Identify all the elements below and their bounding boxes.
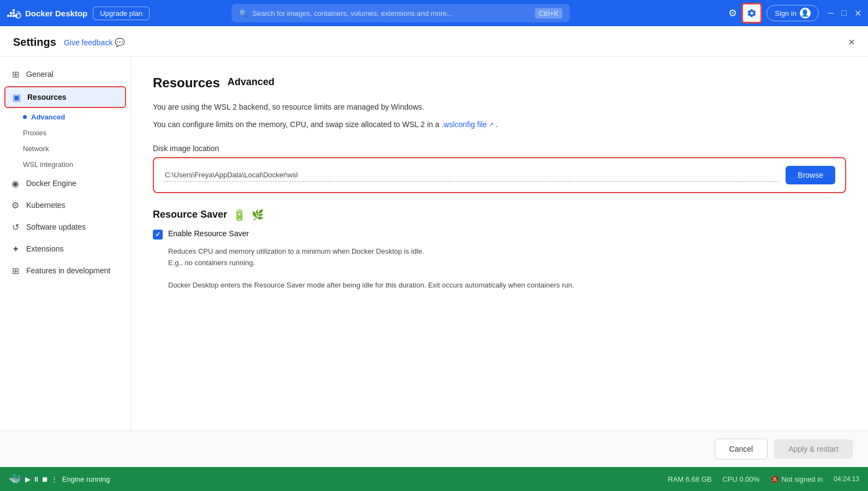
active-dot xyxy=(23,115,27,119)
sidebar-sub-item-proxies[interactable]: Proxies xyxy=(0,125,130,141)
sidebar-sub-item-wsl[interactable]: WSL integration xyxy=(0,157,130,172)
sidebar-item-software-updates[interactable]: ↺ Software updates xyxy=(0,216,130,238)
statusbar: 🐳 ▶ ⏸ ⏹ ⋮ Engine running RAM 6.68 GB CPU… xyxy=(0,467,868,491)
sidebar-item-label: General xyxy=(26,70,53,79)
sidebar-sub-item-network[interactable]: Network xyxy=(0,141,130,157)
sidebar-item-features[interactable]: ⊞ Features in development xyxy=(0,260,130,282)
page-heading: Resources Advanced xyxy=(153,74,846,91)
search-bar[interactable]: 🔍 Search for images, containers, volumes… xyxy=(231,4,570,22)
sidebar-item-general[interactable]: ⊞ General xyxy=(0,63,130,85)
enable-label: Enable Resource Saver xyxy=(168,229,249,238)
window-controls: ─ □ ✕ xyxy=(828,8,861,19)
wsl-label: WSL integration xyxy=(23,160,73,169)
wslconfig-link[interactable]: .wslconfig file ↗ xyxy=(442,118,494,130)
proxies-label: Proxies xyxy=(23,129,46,137)
sidebar-item-label: Kubernetes xyxy=(26,201,66,209)
settings-title: Settings xyxy=(13,36,56,49)
sidebar: ⊞ General ▣ Resources Advanced Proxies N… xyxy=(0,57,131,430)
browse-button[interactable]: Browse xyxy=(786,166,835,184)
description1: You are using the WSL 2 backend, so reso… xyxy=(153,101,846,113)
close-button[interactable]: ✕ xyxy=(854,8,861,19)
titlebar: Docker Desktop Upgrade plan 🔍 Search for… xyxy=(0,0,868,26)
engine-status-label: Engine running xyxy=(62,475,110,483)
time-display: 04:24:13 xyxy=(834,475,859,483)
svg-rect-2 xyxy=(13,15,15,17)
engine-status: 🐳 ▶ ⏸ ⏹ ⋮ Engine running xyxy=(9,473,110,485)
signed-status: 🔕 Not signed in xyxy=(770,475,823,483)
play-controls: ▶ ⏸ ⏹ ⋮ xyxy=(25,475,58,483)
titlebar-right: ⚙ Sign in 👤 ─ □ ✕ xyxy=(728,3,861,23)
search-shortcut: Ctrl+K xyxy=(535,8,562,19)
close-settings-button[interactable]: × xyxy=(848,36,855,49)
disk-image-label: Disk image location xyxy=(153,144,846,153)
enable-desc3: Docker Desktop enters the Resource Saver… xyxy=(168,280,846,291)
sub-tab-advanced[interactable]: Advanced xyxy=(228,74,275,91)
extensions-icon: ✦ xyxy=(10,243,21,254)
settings-footer: Cancel Apply & restart xyxy=(0,430,868,467)
software-updates-icon: ↺ xyxy=(10,221,21,232)
sidebar-item-label: Resources xyxy=(27,93,67,101)
docker-engine-icon: ◉ xyxy=(10,178,21,189)
page-title: Resources xyxy=(153,75,220,91)
disk-input-row: Browse xyxy=(153,157,846,193)
main-content: Resources Advanced You are using the WSL… xyxy=(131,57,868,430)
give-feedback-link[interactable]: Give feedback 💬 xyxy=(64,38,126,47)
advanced-label: Advanced xyxy=(31,113,65,121)
external-link-icon: ↗ xyxy=(489,120,494,130)
enable-description: Reduces CPU and memory utilization to a … xyxy=(168,246,846,291)
notification-icon[interactable]: ⚙ xyxy=(728,7,737,19)
kubernetes-icon: ⚙ xyxy=(10,200,21,211)
general-icon: ⊞ xyxy=(10,69,21,80)
settings-header: Settings Give feedback 💬 × xyxy=(0,26,868,57)
statusbar-whale-icon: 🐳 xyxy=(9,473,21,485)
minimize-button[interactable]: ─ xyxy=(828,8,834,19)
docker-icon xyxy=(7,5,22,21)
upgrade-button[interactable]: Upgrade plan xyxy=(93,7,150,20)
network-label: Network xyxy=(23,145,49,153)
feedback-icon: 💬 xyxy=(115,38,125,47)
not-signed-icon: 🔕 xyxy=(770,475,779,483)
disk-path-input[interactable] xyxy=(164,169,779,182)
feedback-label: Give feedback xyxy=(64,38,113,47)
svg-rect-6 xyxy=(13,9,15,11)
enable-checkbox[interactable] xyxy=(153,230,163,239)
sidebar-item-extensions[interactable]: ✦ Extensions xyxy=(0,238,130,260)
ram-stat: RAM 6.68 GB xyxy=(668,475,711,483)
settings-icon-highlighted[interactable] xyxy=(741,3,762,23)
enable-resource-saver-row[interactable]: Enable Resource Saver xyxy=(153,229,846,239)
sidebar-sub-item-advanced[interactable]: Advanced xyxy=(0,109,130,125)
settings-body: ⊞ General ▣ Resources Advanced Proxies N… xyxy=(0,57,868,430)
settings-container: Settings Give feedback 💬 × ⊞ General ▣ R… xyxy=(0,26,868,467)
sidebar-item-label: Features in development xyxy=(26,266,110,275)
sidebar-item-label: Docker Engine xyxy=(26,179,76,188)
search-placeholder: Search for images, containers, volumes, … xyxy=(252,9,453,17)
cancel-button[interactable]: Cancel xyxy=(715,439,768,459)
resource-saver-icon: 🔋 xyxy=(233,208,246,221)
svg-rect-4 xyxy=(10,12,12,14)
enable-desc2: E.g., no containers running. xyxy=(168,258,846,269)
sidebar-item-resources[interactable]: ▣ Resources xyxy=(4,86,126,108)
features-icon: ⊞ xyxy=(10,265,21,276)
resource-saver-section: Resource Saver 🔋 🌿 Enable Resource Saver… xyxy=(153,208,846,291)
description2: You can configure limits on the memory, … xyxy=(153,118,846,130)
svg-rect-5 xyxy=(13,12,15,14)
svg-point-8 xyxy=(20,13,21,14)
maximize-button[interactable]: □ xyxy=(841,8,847,19)
user-avatar: 👤 xyxy=(800,8,811,19)
sidebar-item-docker-engine[interactable]: ◉ Docker Engine xyxy=(0,172,130,194)
apply-restart-button[interactable]: Apply & restart xyxy=(774,439,853,459)
app-logo: Docker Desktop xyxy=(7,5,87,21)
sidebar-item-label: Extensions xyxy=(26,244,63,253)
disk-image-section: Disk image location Browse xyxy=(153,144,846,193)
svg-rect-1 xyxy=(10,15,12,17)
svg-rect-0 xyxy=(7,15,9,17)
sidebar-item-label: Software updates xyxy=(26,223,86,231)
statusbar-stats-group: RAM 6.68 GB CPU 0.00% 🔕 Not signed in 04… xyxy=(668,475,859,483)
resource-saver-title: Resource Saver xyxy=(153,209,227,220)
resources-icon: ▣ xyxy=(11,92,22,103)
sidebar-item-kubernetes[interactable]: ⚙ Kubernetes xyxy=(0,194,130,216)
leaf-icon: 🌿 xyxy=(252,209,264,221)
search-icon: 🔍 xyxy=(239,9,248,17)
sign-in-button[interactable]: Sign in 👤 xyxy=(766,5,819,21)
resource-saver-heading: Resource Saver 🔋 🌿 xyxy=(153,208,846,221)
